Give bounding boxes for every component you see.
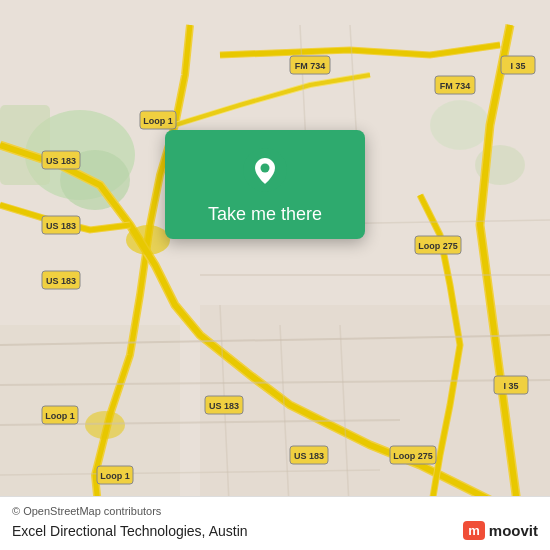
svg-text:US 183: US 183: [46, 221, 76, 231]
svg-text:US 183: US 183: [294, 451, 324, 461]
svg-text:I 35: I 35: [503, 381, 518, 391]
svg-text:Loop 1: Loop 1: [143, 116, 173, 126]
svg-text:FM 734: FM 734: [295, 61, 326, 71]
location-info: Excel Directional Technologies, Austin m…: [12, 521, 538, 540]
svg-point-8: [126, 225, 170, 255]
popup-label: Take me there: [208, 204, 322, 225]
svg-text:FM 734: FM 734: [440, 81, 471, 91]
location-popup[interactable]: Take me there: [165, 130, 365, 239]
svg-text:US 183: US 183: [46, 156, 76, 166]
map-container: US 183 US 183 US 183 US 183 US 183 Loop …: [0, 0, 550, 550]
svg-text:Loop 275: Loop 275: [393, 451, 433, 461]
osm-credit: © OpenStreetMap contributors: [12, 505, 538, 517]
svg-point-50: [261, 164, 270, 173]
svg-text:Loop 275: Loop 275: [418, 241, 458, 251]
moovit-m-icon: m: [463, 521, 485, 540]
svg-point-4: [430, 100, 490, 150]
svg-text:Loop 1: Loop 1: [45, 411, 75, 421]
svg-point-9: [85, 411, 125, 439]
moovit-logo: m moovit: [463, 521, 538, 540]
moovit-brand: moovit: [489, 522, 538, 539]
svg-text:Loop 1: Loop 1: [100, 471, 130, 481]
bottom-bar: © OpenStreetMap contributors Excel Direc…: [0, 496, 550, 550]
svg-text:US 183: US 183: [46, 276, 76, 286]
svg-text:US 183: US 183: [209, 401, 239, 411]
location-title: Excel Directional Technologies, Austin: [12, 523, 248, 539]
svg-text:I 35: I 35: [510, 61, 525, 71]
location-pin-icon: [243, 148, 287, 192]
